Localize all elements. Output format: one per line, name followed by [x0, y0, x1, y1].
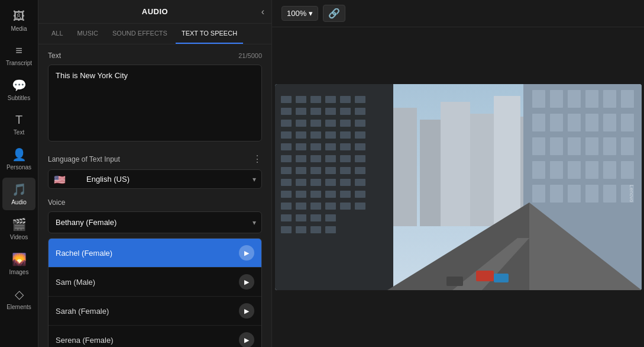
audio-panel: AUDIO ‹ ALLMUSICSOUND EFFECTSTEXT TO SPE… — [38, 0, 272, 347]
text-count: 21/5000 — [238, 52, 262, 59]
images-icon: 🌄 — [12, 252, 27, 266]
link-icon: 🔗 — [328, 8, 340, 19]
text-input[interactable] — [48, 65, 262, 142]
panel-title: AUDIO — [142, 7, 168, 16]
svg-rect-67 — [355, 203, 365, 210]
svg-rect-103 — [568, 185, 581, 203]
sidebar-item-images[interactable]: 🌄 Images — [2, 248, 35, 280]
voice-item-sam[interactable]: Sam (Male) ▶ — [48, 268, 261, 297]
video-canvas: Lenovo — [272, 27, 644, 347]
play-button-rachel[interactable]: ▶ — [239, 245, 254, 261]
tab-sound-effects[interactable]: SOUND EFFECTS — [106, 24, 173, 44]
svg-rect-68 — [281, 214, 292, 221]
svg-rect-58 — [310, 191, 321, 198]
text-section-header: Text 21/5000 — [48, 52, 262, 60]
svg-rect-82 — [621, 90, 634, 108]
svg-rect-85 — [568, 114, 581, 131]
svg-rect-9 — [296, 96, 306, 103]
language-select-wrapper: 🇺🇸 English (US) ▾ — [48, 169, 262, 189]
zoom-arrow-icon: ▾ — [309, 9, 313, 18]
audio-icon: 🎵 — [12, 182, 27, 197]
svg-rect-81 — [603, 90, 616, 108]
svg-rect-91 — [568, 137, 581, 155]
sidebar: 🖼 Media ≡ Transcript 💬 Subtitles T Text … — [0, 0, 38, 347]
svg-rect-80 — [585, 90, 598, 108]
svg-rect-112 — [446, 277, 463, 286]
voice-item-rachel[interactable]: Rachel (Female) ▶ — [48, 239, 261, 268]
sidebar-item-audio[interactable]: 🎵 Audio — [2, 178, 35, 210]
svg-rect-53 — [325, 179, 336, 186]
sidebar-item-text[interactable]: T Text — [2, 108, 35, 140]
sidebar-item-elements[interactable]: ◇ Elements — [2, 282, 35, 315]
svg-rect-37 — [355, 143, 365, 150]
tab-text-to-speech[interactable]: TEXT TO SPEECH — [176, 24, 243, 44]
sidebar-item-transcript[interactable]: ≡ Transcript — [2, 39, 35, 71]
voice-item-name-rachel: Rachel (Female) — [56, 249, 112, 258]
transcript-icon: ≡ — [15, 44, 22, 57]
sidebar-item-videos[interactable]: 🎬 Videos — [2, 213, 35, 245]
svg-rect-74 — [310, 226, 321, 233]
sidebar-item-media[interactable]: 🖼 Media — [2, 5, 35, 37]
svg-rect-88 — [621, 114, 634, 131]
voice-item-serena[interactable]: Serena (Female) ▶ — [48, 326, 261, 347]
language-label: Language of Text Input — [48, 155, 120, 163]
svg-rect-5 — [494, 96, 520, 226]
link-button[interactable]: 🔗 — [323, 5, 345, 22]
svg-rect-20 — [281, 120, 292, 127]
svg-rect-89 — [532, 137, 545, 155]
media-icon: 🖼 — [13, 9, 25, 23]
svg-rect-90 — [550, 137, 563, 155]
svg-rect-26 — [281, 131, 292, 139]
language-select[interactable]: 🇺🇸 English (US) — [48, 169, 262, 189]
zoom-selector[interactable]: 100% ▾ — [281, 6, 318, 21]
svg-rect-78 — [550, 90, 563, 108]
svg-rect-10 — [310, 96, 321, 103]
svg-rect-61 — [355, 191, 365, 198]
svg-rect-60 — [340, 191, 351, 198]
sidebar-item-subtitles[interactable]: 💬 Subtitles — [2, 73, 35, 106]
svg-rect-13 — [355, 96, 365, 103]
svg-rect-110 — [476, 271, 494, 281]
voice-item-sarah[interactable]: Sarah (Female) ▶ — [48, 297, 261, 326]
svg-rect-34 — [310, 143, 321, 150]
svg-rect-29 — [325, 131, 336, 139]
language-value: English (US) — [70, 175, 130, 184]
svg-rect-32 — [281, 143, 292, 150]
play-button-sarah[interactable]: ▶ — [239, 303, 254, 319]
sidebar-item-label-media: Media — [11, 25, 27, 32]
svg-rect-51 — [296, 179, 306, 186]
voice-section: Voice Bethany (Female) ▾ Rachel (Female)… — [48, 198, 262, 347]
svg-rect-48 — [340, 167, 351, 174]
svg-rect-43 — [355, 155, 365, 162]
svg-rect-70 — [310, 214, 321, 221]
svg-rect-99 — [603, 161, 616, 179]
sidebar-item-personas[interactable]: 👤 Personas — [2, 143, 35, 175]
videos-icon: 🎬 — [12, 217, 27, 232]
collapse-button[interactable]: ‹ — [259, 4, 267, 20]
more-options-button[interactable]: ⋮ — [253, 153, 262, 165]
svg-rect-15 — [296, 108, 306, 115]
svg-rect-64 — [310, 203, 321, 210]
svg-rect-71 — [325, 214, 336, 221]
tab-music[interactable]: MUSIC — [72, 24, 104, 44]
svg-rect-40 — [310, 155, 321, 162]
tab-all[interactable]: ALL — [46, 24, 69, 44]
sidebar-item-label-subtitles: Subtitles — [8, 95, 30, 101]
svg-rect-73 — [296, 226, 306, 233]
play-button-sam[interactable]: ▶ — [239, 274, 254, 290]
voice-item-name-sarah: Sarah (Female) — [56, 307, 109, 316]
svg-rect-54 — [340, 179, 351, 186]
svg-rect-39 — [296, 155, 306, 162]
sidebar-item-label-transcript: Transcript — [6, 60, 32, 66]
svg-rect-50 — [281, 179, 292, 186]
svg-rect-19 — [355, 108, 365, 115]
svg-rect-57 — [296, 191, 306, 198]
svg-rect-24 — [340, 120, 351, 127]
text-icon: T — [15, 113, 22, 127]
voice-select[interactable]: Bethany (Female) — [48, 211, 262, 233]
svg-rect-56 — [281, 191, 292, 198]
svg-rect-30 — [340, 131, 351, 139]
play-button-serena[interactable]: ▶ — [239, 332, 254, 347]
svg-rect-83 — [532, 114, 545, 131]
svg-rect-55 — [355, 179, 365, 186]
